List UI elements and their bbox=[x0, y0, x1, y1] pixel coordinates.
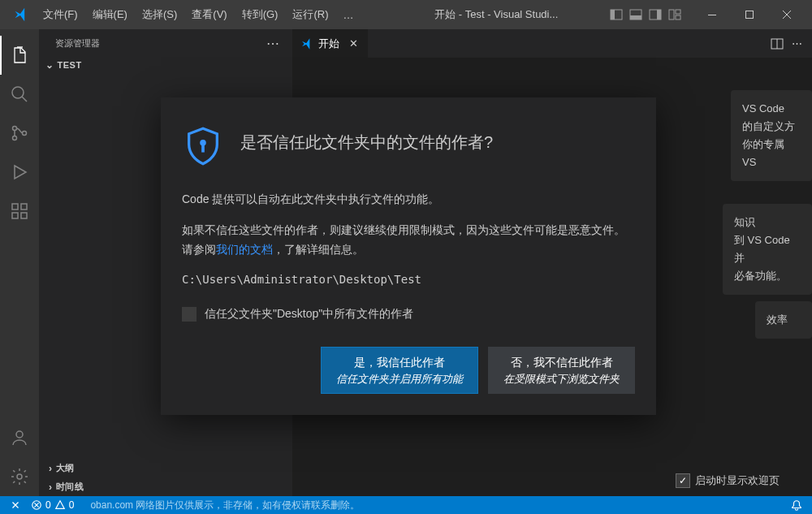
checkbox-checked-icon[interactable]: ✓ bbox=[676, 473, 690, 488]
button-sub-label: 信任文件夹并启用所有功能 bbox=[336, 371, 463, 387]
learn-card-fragment[interactable]: 知识 到 VS Code 并 必备功能。 bbox=[723, 204, 812, 295]
activitybar bbox=[0, 29, 39, 496]
account-icon[interactable] bbox=[0, 418, 39, 457]
search-icon[interactable] bbox=[0, 75, 39, 114]
minimize-button[interactable] bbox=[693, 0, 731, 29]
card-text: VS Code bbox=[742, 100, 801, 118]
sidebar-header: 资源管理器 ⋯ bbox=[39, 29, 292, 58]
svg-rect-15 bbox=[12, 204, 18, 209]
layout-controls bbox=[607, 6, 693, 24]
warning-icon bbox=[54, 499, 66, 511]
tab-close-icon[interactable]: ✕ bbox=[348, 36, 360, 51]
outline-section[interactable]: › 大纲 bbox=[39, 459, 292, 477]
workspace-trust-dialog: 是否信任此文件夹中的文件的作者? Code 提供可以自动在此文件夹中执行文件的功… bbox=[161, 97, 656, 415]
timeline-label: 时间线 bbox=[56, 481, 84, 493]
notifications-icon[interactable] bbox=[788, 496, 806, 514]
folder-root[interactable]: ⌄ TEST bbox=[39, 58, 292, 72]
timeline-section[interactable]: › 时间线 bbox=[39, 477, 292, 496]
error-icon bbox=[31, 499, 42, 511]
show-welcome-label: 启动时显示欢迎页 bbox=[695, 473, 780, 488]
remote-indicator[interactable] bbox=[6, 496, 24, 514]
tab-welcome[interactable]: 开始 ✕ bbox=[292, 29, 368, 58]
menu-file[interactable]: 文件(F) bbox=[36, 4, 85, 25]
menu-view[interactable]: 查看(V) bbox=[184, 4, 234, 25]
dialog-buttons: 是，我信任此作者 信任文件夹并启用所有功能 否，我不信任此作者 在受限模式下浏览… bbox=[182, 347, 635, 395]
maximize-button[interactable] bbox=[731, 0, 768, 29]
show-welcome-checkbox-row[interactable]: ✓ 启动时显示欢迎页 bbox=[676, 473, 780, 488]
svg-rect-3 bbox=[630, 15, 641, 19]
customize-layout-icon[interactable] bbox=[666, 6, 684, 24]
tabs-bar: 开始 ✕ ⋯ bbox=[292, 29, 812, 58]
source-control-icon[interactable] bbox=[0, 114, 39, 153]
svg-rect-6 bbox=[669, 10, 674, 19]
folder-name: TEST bbox=[58, 60, 82, 70]
dialog-body: Code 提供可以自动在此文件夹中执行文件的功能。 如果不信任这些文件的作者，则… bbox=[182, 190, 635, 324]
chevron-right-icon: › bbox=[49, 463, 53, 474]
productivity-card-fragment[interactable]: 效率 bbox=[755, 301, 812, 339]
trust-yes-button[interactable]: 是，我信任此作者 信任文件夹并启用所有功能 bbox=[321, 347, 478, 395]
toggle-primary-sidebar-icon[interactable] bbox=[607, 6, 625, 24]
trust-parent-checkbox-row[interactable]: 信任父文件夹"Desktop"中所有文件的作者 bbox=[182, 305, 635, 324]
toggle-panel-icon[interactable] bbox=[627, 6, 645, 24]
statusbar: 0 0 oban.com 网络图片仅供展示，非存储，如有侵权请联系删除。 bbox=[0, 496, 812, 514]
svg-point-12 bbox=[13, 127, 17, 131]
sidebar-more-icon[interactable]: ⋯ bbox=[266, 36, 279, 51]
error-count: 0 bbox=[45, 499, 51, 511]
menu-edit[interactable]: 编辑(E) bbox=[85, 4, 135, 25]
trust-no-button[interactable]: 否，我不信任此作者 在受限模式下浏览文件夹 bbox=[488, 347, 635, 395]
card-text: 的自定义方 bbox=[742, 118, 801, 136]
vscode-logo-icon bbox=[13, 6, 29, 23]
svg-rect-7 bbox=[676, 10, 680, 14]
card-text: 到 VS Code 并 bbox=[734, 231, 801, 267]
explorer-icon[interactable] bbox=[0, 36, 39, 75]
dialog-text: 如果不信任这些文件的作者，则建议继续使用限制模式，因为这些文件可能是恶意文件。请… bbox=[182, 221, 635, 260]
close-button[interactable] bbox=[768, 0, 806, 29]
docs-link[interactable]: 我们的文档 bbox=[216, 243, 273, 256]
menu-select[interactable]: 选择(S) bbox=[135, 4, 184, 25]
svg-point-13 bbox=[13, 136, 17, 140]
folder-path: C:\Users\Administrator\Desktop\Test bbox=[182, 270, 635, 290]
card-text: 知识 bbox=[734, 214, 801, 231]
dialog-text: Code 提供可以自动在此文件夹中执行文件的功能。 bbox=[182, 190, 635, 209]
tab-label: 开始 bbox=[318, 37, 339, 51]
card-text: 效率 bbox=[767, 311, 801, 329]
svg-point-14 bbox=[23, 132, 27, 136]
warning-count: 0 bbox=[69, 499, 75, 511]
svg-rect-18 bbox=[21, 204, 27, 209]
checkbox-unchecked-icon[interactable] bbox=[182, 307, 197, 322]
watermark-text: oban.com 网络图片仅供展示，非存储，如有侵权请联系删除。 bbox=[80, 499, 360, 512]
vscode-logo-icon bbox=[300, 37, 313, 50]
dialog-title: 是否信任此文件夹中的文件的作者? bbox=[240, 132, 493, 153]
getstarted-card-fragment[interactable]: VS Code 的自定义方 你的专属 VS bbox=[731, 90, 812, 181]
shield-icon bbox=[182, 125, 224, 167]
svg-rect-5 bbox=[657, 10, 661, 19]
dialog-text-span: ，了解详细信息。 bbox=[273, 243, 364, 256]
outline-label: 大纲 bbox=[56, 462, 75, 474]
settings-gear-icon[interactable] bbox=[0, 457, 39, 496]
split-editor-icon[interactable] bbox=[771, 37, 784, 50]
menu-run[interactable]: 运行(R) bbox=[285, 4, 335, 25]
chevron-down-icon: ⌄ bbox=[45, 59, 54, 71]
editor-more-icon[interactable]: ⋯ bbox=[792, 37, 802, 50]
problems-indicator[interactable]: 0 0 bbox=[28, 496, 77, 514]
run-debug-icon[interactable] bbox=[0, 153, 39, 192]
menu-goto[interactable]: 转到(G) bbox=[235, 4, 286, 25]
button-sub-label: 在受限模式下浏览文件夹 bbox=[503, 371, 620, 387]
svg-rect-25 bbox=[201, 145, 205, 153]
svg-point-11 bbox=[12, 87, 24, 98]
svg-point-20 bbox=[17, 474, 22, 479]
menu-more[interactable]: … bbox=[335, 6, 361, 24]
svg-rect-10 bbox=[746, 11, 754, 19]
toggle-secondary-sidebar-icon[interactable] bbox=[646, 6, 664, 24]
svg-rect-8 bbox=[676, 15, 680, 19]
card-text: 你的专属 VS bbox=[742, 136, 801, 171]
trust-parent-label: 信任父文件夹"Desktop"中所有文件的作者 bbox=[205, 305, 413, 324]
window-controls bbox=[693, 0, 806, 29]
svg-rect-17 bbox=[21, 213, 27, 218]
window-title: 开始 - Test - Visual Studi... bbox=[361, 7, 607, 22]
extensions-icon[interactable] bbox=[0, 192, 39, 231]
titlebar: 文件(F) 编辑(E) 选择(S) 查看(V) 转到(G) 运行(R) … 开始… bbox=[0, 0, 812, 29]
sidebar-title: 资源管理器 bbox=[55, 37, 100, 50]
button-main-label: 否，我不信任此作者 bbox=[511, 356, 613, 369]
chevron-right-icon: › bbox=[49, 482, 53, 493]
